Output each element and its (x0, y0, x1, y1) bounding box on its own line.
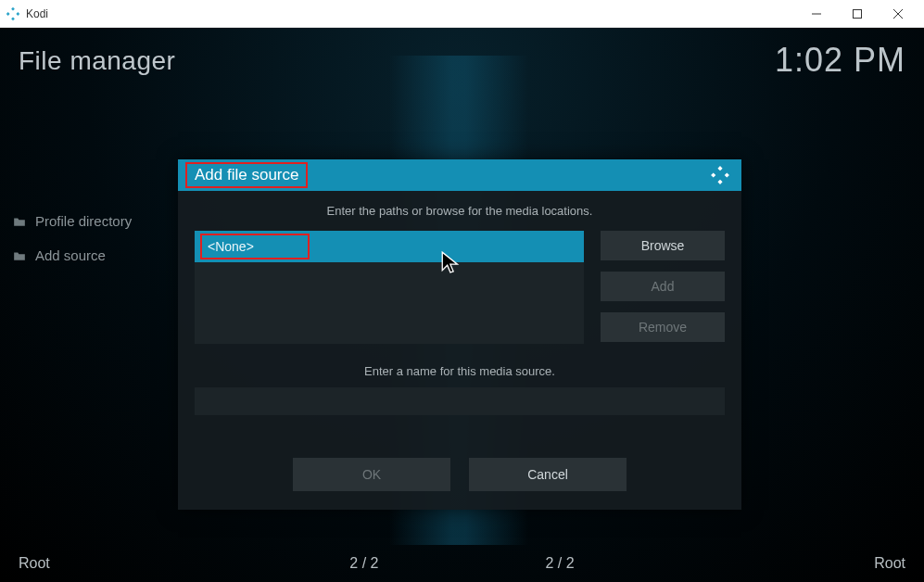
dialog-title: Add file source (185, 162, 308, 188)
add-button[interactable]: Add (601, 272, 725, 301)
folder-icon (13, 216, 26, 227)
window-app-name: Kodi (26, 7, 48, 20)
dialog-header: Add file source (178, 159, 741, 191)
name-instruction: Enter a name for this media source. (195, 364, 725, 378)
ok-button[interactable]: OK (293, 458, 450, 491)
sidebar-item-label: Profile directory (35, 213, 132, 229)
sidebar-item-label: Add source (35, 247, 106, 263)
svg-rect-8 (717, 180, 722, 184)
status-left-root: Root (19, 555, 50, 572)
app-viewport: File manager 1:02 PM Profile directory A… (0, 28, 924, 582)
folder-icon (13, 250, 26, 261)
window-maximize-button[interactable] (837, 1, 878, 27)
svg-rect-4 (854, 9, 862, 18)
svg-rect-6 (711, 172, 715, 177)
svg-rect-1 (6, 12, 10, 16)
kodi-app-icon (6, 6, 20, 21)
browse-button[interactable]: Browse (601, 231, 725, 260)
svg-rect-0 (11, 6, 15, 10)
status-bar: Root 2 / 2 2 / 2 Root (0, 545, 924, 582)
window-titlebar: Kodi (0, 0, 924, 28)
remove-button[interactable]: Remove (601, 312, 725, 342)
path-value: <None> (200, 234, 310, 259)
svg-rect-7 (725, 172, 729, 177)
status-count-right: 2 / 2 (546, 555, 575, 572)
sidebar-item-add-source[interactable]: Add source (13, 247, 132, 263)
paths-instruction: Enter the paths or browse for the media … (195, 204, 725, 218)
source-name-input[interactable] (195, 387, 725, 415)
svg-rect-5 (717, 166, 722, 171)
page-title: File manager (19, 46, 175, 76)
status-right-root: Root (874, 555, 905, 572)
path-input[interactable]: <None> (195, 231, 584, 262)
cancel-button[interactable]: Cancel (469, 458, 627, 491)
window-minimize-button[interactable] (796, 1, 837, 27)
clock: 1:02 PM (775, 41, 905, 80)
paths-list: <None> (195, 231, 584, 344)
status-count-left: 2 / 2 (349, 555, 378, 572)
window-close-button[interactable] (878, 1, 918, 27)
sidebar-item-profile-directory[interactable]: Profile directory (13, 213, 132, 229)
file-list-sidebar: Profile directory Add source (13, 213, 132, 282)
kodi-logo-icon (710, 165, 730, 185)
svg-rect-2 (16, 12, 19, 16)
svg-rect-3 (11, 17, 15, 20)
add-file-source-dialog: Add file source Enter the paths or brows… (178, 159, 741, 510)
